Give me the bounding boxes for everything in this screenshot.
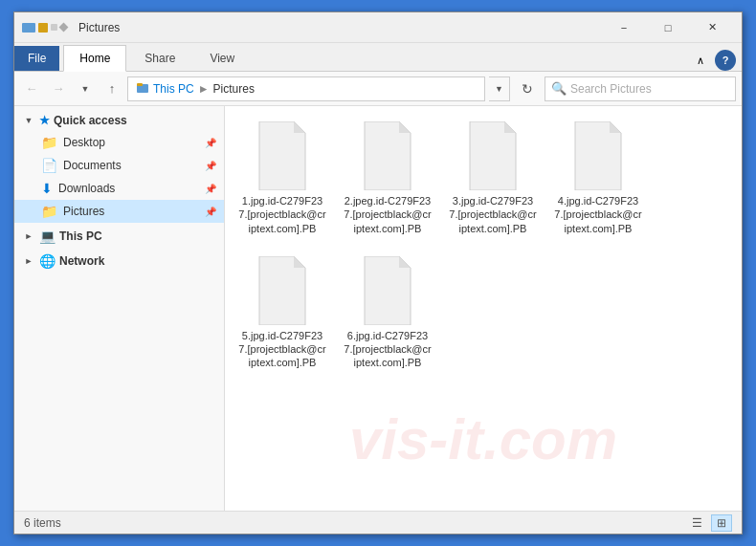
sidebar-item-label-downloads: Downloads bbox=[58, 182, 115, 195]
item-count: 6 items bbox=[24, 516, 61, 530]
details-view-button[interactable]: ☰ bbox=[686, 514, 707, 532]
svg-marker-13 bbox=[399, 256, 411, 268]
title-bar-icon-group bbox=[22, 23, 71, 33]
file-icon-6 bbox=[357, 256, 418, 325]
this-pc-label: This PC bbox=[59, 229, 102, 243]
svg-rect-1 bbox=[137, 83, 143, 86]
search-icon: 🔍 bbox=[551, 81, 567, 96]
dropdown-recent-button[interactable]: ▼ bbox=[74, 77, 97, 100]
window-title: Pictures bbox=[78, 21, 602, 34]
sidebar-item-label-pictures: Pictures bbox=[63, 205, 104, 218]
ribbon-tabs: File Home Share View ∧ ? bbox=[14, 43, 742, 72]
chevron-right-icon-network: ► bbox=[22, 254, 35, 268]
content-area: vis-it.com 1.jpg.id-C279F237.[projectbla… bbox=[225, 106, 742, 511]
folder-icon-documents: 📄 bbox=[41, 158, 57, 173]
ribbon-right: ∧ ? bbox=[690, 50, 742, 71]
pin-icon-pictures: 📌 bbox=[205, 207, 216, 217]
file-item-5[interactable]: 5.jpg.id-C279F237.[projectblack@criptext… bbox=[234, 251, 330, 376]
chevron-right-icon-pc: ► bbox=[22, 229, 35, 243]
title-icon-2 bbox=[38, 23, 48, 33]
address-path[interactable]: This PC ► Pictures bbox=[127, 76, 485, 101]
file-name-3: 3.jpg.id-C279F237.[projectblack@criptext… bbox=[449, 194, 537, 235]
network-label: Network bbox=[59, 254, 104, 268]
sidebar-item-pictures[interactable]: 📁 Pictures 📌 bbox=[14, 200, 224, 223]
search-box[interactable]: 🔍 Search Pictures bbox=[545, 76, 736, 101]
sidebar-header-quick-access[interactable]: ▼ ★ Quick access bbox=[14, 110, 224, 131]
sidebar-item-downloads[interactable]: ⬇ Downloads 📌 bbox=[14, 177, 224, 200]
file-item-2[interactable]: 2.jpeg.id-C279F237.[projectblack@criptex… bbox=[340, 116, 435, 241]
main-area: ▼ ★ Quick access 📁 Desktop 📌 📄 Documents… bbox=[14, 106, 742, 511]
svg-marker-11 bbox=[294, 256, 305, 268]
help-button[interactable]: ? bbox=[715, 50, 736, 71]
file-icon-3 bbox=[462, 121, 523, 190]
computer-icon: 💻 bbox=[39, 229, 56, 244]
explorer-window: Pictures − □ ✕ File Home Share View ∧ ? … bbox=[13, 11, 743, 535]
sidebar-section-quick-access: ▼ ★ Quick access 📁 Desktop 📌 📄 Documents… bbox=[14, 110, 224, 223]
file-grid: 1.jpg.id-C279F237.[projectblack@criptext… bbox=[234, 116, 732, 376]
file-name-6: 6.jpg.id-C279F237.[projectblack@criptext… bbox=[344, 329, 432, 370]
sidebar-header-network[interactable]: ► 🌐 Network bbox=[14, 250, 224, 273]
forward-button[interactable]: → bbox=[47, 77, 70, 100]
pin-icon-downloads: 📌 bbox=[205, 184, 216, 194]
sidebar-item-documents[interactable]: 📄 Documents 📌 bbox=[14, 154, 224, 177]
maximize-button[interactable]: □ bbox=[646, 12, 690, 43]
file-name-5: 5.jpg.id-C279F237.[projectblack@criptext… bbox=[238, 329, 326, 370]
close-button[interactable]: ✕ bbox=[690, 12, 734, 43]
address-bar: ← → ▼ ↑ This PC ► Pictures ▼ ↻ 🔍 Search … bbox=[14, 72, 742, 106]
chevron-down-icon: ▼ bbox=[22, 114, 35, 127]
address-dropdown-button[interactable]: ▼ bbox=[489, 76, 510, 101]
up-button[interactable]: ↑ bbox=[100, 77, 123, 100]
status-view-controls: ☰ ⊞ bbox=[686, 514, 732, 532]
file-name-4: 4.jpg.id-C279F237.[projectblack@criptext… bbox=[554, 194, 642, 235]
folder-icon-pictures: 📁 bbox=[41, 204, 57, 219]
tab-home[interactable]: Home bbox=[63, 45, 126, 72]
sidebar-section-network: ► 🌐 Network bbox=[14, 250, 224, 273]
status-bar: 6 items ☰ ⊞ bbox=[14, 511, 742, 534]
sidebar-item-label-desktop: Desktop bbox=[63, 136, 105, 149]
file-name-1: 1.jpg.id-C279F237.[projectblack@criptext… bbox=[238, 194, 326, 235]
file-name-2: 2.jpeg.id-C279F237.[projectblack@criptex… bbox=[344, 194, 432, 235]
file-item-4[interactable]: 4.jpg.id-C279F237.[projectblack@criptext… bbox=[550, 116, 646, 241]
file-icon-4 bbox=[567, 121, 629, 190]
title-icon-1 bbox=[22, 23, 35, 33]
title-icon-3 bbox=[51, 24, 57, 31]
folder-icon-downloads: ⬇ bbox=[41, 181, 53, 196]
star-icon: ★ bbox=[39, 114, 50, 127]
watermark: vis-it.com bbox=[349, 406, 617, 472]
ribbon-collapse-icon[interactable]: ∧ bbox=[690, 50, 711, 71]
pin-icon-documents: 📌 bbox=[205, 161, 216, 171]
folder-icon-desktop: 📁 bbox=[41, 135, 57, 150]
minimize-button[interactable]: − bbox=[602, 12, 646, 43]
title-icon-4 bbox=[59, 23, 69, 33]
sidebar-item-desktop[interactable]: 📁 Desktop 📌 bbox=[14, 131, 224, 154]
path-icon bbox=[136, 80, 149, 97]
tab-file[interactable]: File bbox=[14, 46, 59, 71]
network-icon: 🌐 bbox=[39, 253, 56, 269]
quick-access-label: Quick access bbox=[54, 114, 127, 127]
sidebar-section-this-pc: ► 💻 This PC bbox=[14, 225, 224, 248]
sidebar-item-label-documents: Documents bbox=[63, 159, 122, 172]
file-item-6[interactable]: 6.jpg.id-C279F237.[projectblack@criptext… bbox=[340, 251, 435, 376]
sidebar: ▼ ★ Quick access 📁 Desktop 📌 📄 Documents… bbox=[14, 106, 225, 511]
file-icon-2 bbox=[357, 121, 418, 190]
path-thispc: This PC bbox=[153, 82, 194, 96]
refresh-button[interactable]: ↻ bbox=[514, 76, 541, 102]
file-item-1[interactable]: 1.jpg.id-C279F237.[projectblack@criptext… bbox=[234, 116, 330, 241]
title-bar: Pictures − □ ✕ bbox=[14, 12, 742, 43]
search-placeholder: Search Pictures bbox=[570, 82, 652, 96]
file-icon-1 bbox=[252, 121, 313, 190]
sidebar-header-this-pc[interactable]: ► 💻 This PC bbox=[14, 225, 224, 248]
file-item-3[interactable]: 3.jpg.id-C279F237.[projectblack@criptext… bbox=[445, 116, 541, 241]
file-icon-5 bbox=[252, 256, 313, 325]
back-button[interactable]: ← bbox=[20, 77, 43, 100]
tab-share[interactable]: Share bbox=[128, 45, 191, 71]
pin-icon-desktop: 📌 bbox=[205, 138, 216, 148]
large-icons-view-button[interactable]: ⊞ bbox=[711, 514, 732, 532]
window-controls: − □ ✕ bbox=[602, 12, 734, 43]
path-sep-1: ► bbox=[198, 82, 210, 96]
tab-view[interactable]: View bbox=[193, 45, 251, 71]
path-pictures: Pictures bbox=[213, 82, 255, 96]
